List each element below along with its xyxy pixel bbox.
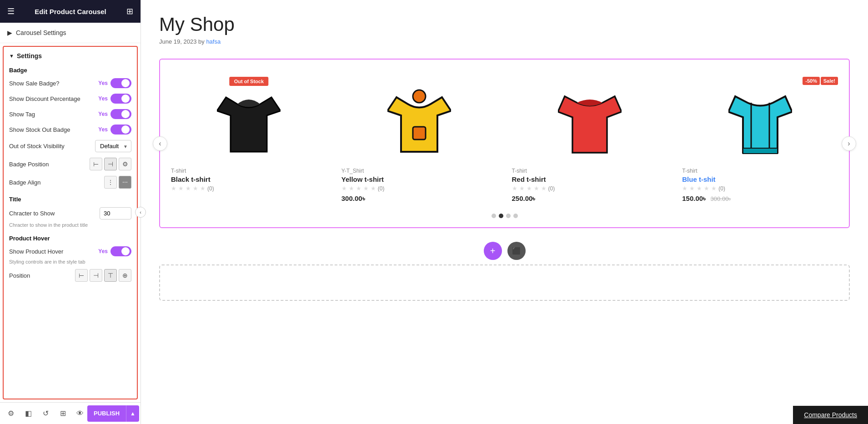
badge-section-label: Badge <box>9 67 131 74</box>
stars-row: ★ ★ ★ ★ ★ (0) <box>512 185 668 192</box>
discount-badge: -50% <box>803 77 820 85</box>
stop-btn[interactable]: ⬛ <box>507 242 526 260</box>
badge-pos-custom[interactable]: ⚙ <box>119 158 131 170</box>
svg-point-0 <box>413 90 426 103</box>
product-tshirt-yellow <box>387 79 451 156</box>
title-section-label: Title <box>9 196 131 203</box>
star: ★ <box>356 185 361 192</box>
show-discount-toggle[interactable] <box>110 94 131 104</box>
compare-products-bar[interactable]: Compare Products <box>793 406 868 424</box>
show-sale-badge-toggle[interactable] <box>110 78 131 88</box>
publish-button[interactable]: PUBLISH <box>87 405 126 422</box>
add-block-btn[interactable]: + <box>484 242 502 260</box>
pos-left-btn[interactable]: ⊢ <box>75 269 88 282</box>
product-tshirt-black <box>217 79 281 156</box>
hover-helper-text: Styling controls are in the style tab <box>9 259 131 264</box>
show-stock-out-toggle[interactable] <box>110 125 131 135</box>
carousel-settings-row[interactable]: ▶ Carousel Settings <box>0 23 140 43</box>
history-icon[interactable]: ↺ <box>38 406 53 421</box>
carousel-next-btn[interactable]: › <box>842 136 856 151</box>
collapse-btn[interactable]: ‹ <box>135 207 146 218</box>
editor-title: Edit Product Carousel <box>35 8 106 15</box>
publish-chevron-btn[interactable]: ▲ <box>126 405 139 422</box>
show-product-hover-toggle[interactable] <box>110 246 131 256</box>
grid-icon[interactable]: ⊞ <box>126 6 133 16</box>
star: ★ <box>171 185 176 192</box>
stars-row: ★ ★ ★ ★ ★ (0) <box>171 185 327 192</box>
show-stock-out-toggle-wrap: Yes <box>98 125 131 135</box>
carousel-dot-active[interactable] <box>499 214 503 218</box>
badge-pos-right[interactable]: ⊣ <box>104 158 117 170</box>
badge-align-horiz[interactable]: ⋯ <box>119 176 131 189</box>
out-of-stock-select-wrap: Default Hidden Visible <box>95 140 131 152</box>
publish-wrap: PUBLISH ▲ <box>87 405 139 422</box>
show-discount-label: Show Discount Percentage <box>9 95 80 102</box>
stars-row: ★ ★ ★ ★ ★ (0) <box>341 185 497 192</box>
product-card: Y-T_Shirt Yellow t-shirt ★ ★ ★ ★ ★ (0) 3… <box>338 69 501 206</box>
bottom-icons: ⚙ ◧ ↺ ⊞ 👁 <box>4 406 87 421</box>
badge-align-vert[interactable]: ⋮ <box>104 176 117 189</box>
rating-count: (0) <box>718 185 725 192</box>
layers-icon[interactable]: ◧ <box>21 406 35 421</box>
star: ★ <box>178 185 184 192</box>
badge-pos-left[interactable]: ⊢ <box>90 158 102 170</box>
show-tag-toggle-wrap: Yes <box>98 109 131 119</box>
star: ★ <box>704 185 709 192</box>
product-tshirt-red <box>558 79 622 156</box>
show-tag-toggle[interactable] <box>110 109 131 119</box>
out-of-stock-select[interactable]: Default Hidden Visible <box>95 140 131 152</box>
main-content: My Shop June 19, 2023 by hafsa ‹ › Out o… <box>141 0 868 424</box>
menu-icon[interactable]: ☰ <box>7 6 15 16</box>
show-discount-row: Show Discount Percentage Yes <box>9 94 131 104</box>
carousel-dots <box>167 214 842 218</box>
star: ★ <box>711 185 717 192</box>
view-icon[interactable]: 👁 <box>73 406 87 421</box>
carousel-prev-btn[interactable]: ‹ <box>153 136 167 151</box>
pos-bottom-btn[interactable]: ⊤ <box>104 269 117 282</box>
pos-expand-btn[interactable]: ⊕ <box>119 269 131 282</box>
char-to-show-row: Chracter to Show <box>9 207 131 219</box>
product-image-wrap: Out of Stock <box>171 72 327 163</box>
carousel-dot[interactable] <box>492 214 496 218</box>
badge-align-row: Badge Align ⋮ ⋯ <box>9 176 131 189</box>
star: ★ <box>193 185 198 192</box>
show-discount-toggle-wrap: Yes <box>98 94 131 104</box>
product-image-wrap <box>341 72 497 163</box>
settings-label: Settings <box>17 52 42 60</box>
product-card: T-shirt Red t-shirt ★ ★ ★ ★ ★ (0) 250.00… <box>508 69 672 206</box>
settings-icon[interactable]: ⚙ <box>4 406 18 421</box>
position-label: Position <box>9 272 30 279</box>
show-product-hover-row: Show Product Hover Yes <box>9 246 131 256</box>
show-tag-row: Show Tag Yes <box>9 109 131 119</box>
out-of-stock-badge: Out of Stock <box>230 77 268 86</box>
by-text: by <box>198 38 205 45</box>
product-price: 250.00৳ <box>512 195 668 203</box>
price-row: 150.00৳ 300.00৳ <box>682 195 838 203</box>
show-stock-out-yes: Yes <box>98 126 108 133</box>
sidebar: ☰ Edit Product Carousel ⊞ ▶ Carousel Set… <box>0 0 141 424</box>
rating-count: (0) <box>378 185 385 192</box>
svg-rect-1 <box>413 127 426 140</box>
carousel-dot[interactable] <box>506 214 511 218</box>
settings-panel: ▼ Settings Badge Show Sale Badge? Yes Sh… <box>3 46 138 399</box>
star: ★ <box>697 185 702 192</box>
star: ★ <box>519 185 525 192</box>
product-hover-section-label: Product Hover <box>9 235 131 242</box>
carousel-dot[interactable] <box>513 214 518 218</box>
star: ★ <box>682 185 687 192</box>
star: ★ <box>341 185 347 192</box>
star: ★ <box>349 185 354 192</box>
products-grid: Out of Stock T-shirt Black t-shirt ★ ★ ★… <box>167 69 842 206</box>
pos-center-btn[interactable]: ⊣ <box>90 269 102 282</box>
star: ★ <box>371 185 376 192</box>
sidebar-header: ☰ Edit Product Carousel ⊞ <box>0 0 140 23</box>
show-product-hover-toggle-wrap: Yes <box>98 246 131 256</box>
product-image-wrap <box>512 72 668 163</box>
sale-badge: Sale! <box>821 77 838 85</box>
char-to-show-input[interactable] <box>100 207 131 219</box>
badge-align-buttons: ⋮ ⋯ <box>104 176 131 189</box>
author-link[interactable]: hafsa <box>206 38 221 45</box>
product-name: Blue t-shit <box>682 175 838 183</box>
show-sale-badge-toggle-wrap: Yes <box>98 78 131 88</box>
template-icon[interactable]: ⊞ <box>55 406 70 421</box>
